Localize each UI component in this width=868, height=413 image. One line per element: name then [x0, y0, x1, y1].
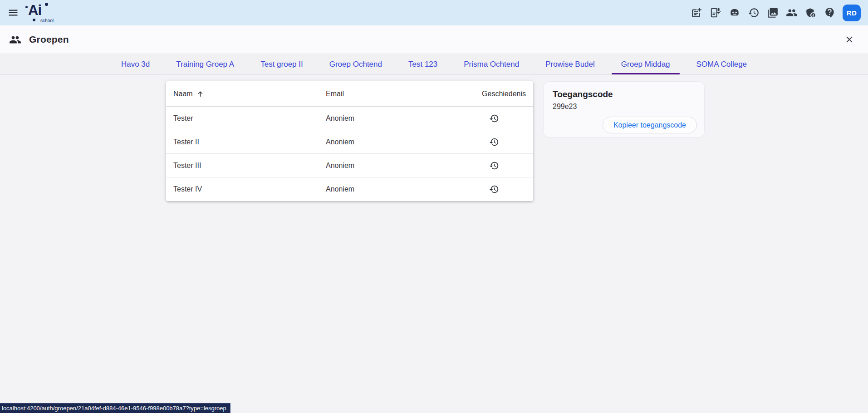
groups-icon	[9, 34, 21, 46]
history-icon[interactable]	[747, 6, 760, 19]
access-code-card: Toegangscode 299e23 Kopieer toegangscode	[543, 81, 705, 138]
help-icon[interactable]	[824, 6, 836, 19]
topbar-icons	[690, 6, 836, 19]
tab-test-123[interactable]: Test 123	[395, 54, 451, 74]
menu-hamburger-icon[interactable]	[7, 7, 19, 19]
table-row: Tester III Anoniem	[166, 154, 533, 177]
column-header-email: Email	[326, 90, 449, 98]
logo-subtext: school	[40, 18, 54, 23]
cell-naam: Tester IV	[173, 185, 326, 193]
table-row: Tester Anoniem	[166, 107, 533, 130]
admin-shield-icon[interactable]	[804, 6, 817, 19]
row-history-icon[interactable]	[489, 137, 500, 148]
column-header-geschiedenis: Geschiedenis	[449, 90, 526, 98]
cell-email: Anoniem	[326, 114, 449, 123]
avatar[interactable]: RD	[843, 5, 861, 21]
access-code-value: 299e23	[553, 103, 704, 111]
logo-text: Ai	[28, 2, 41, 19]
cell-naam: Tester	[173, 114, 326, 123]
table-row: Tester II Anoniem	[166, 130, 533, 154]
tab-test-groep-ii[interactable]: Test groep II	[247, 54, 316, 74]
page-title: Groepen	[29, 34, 69, 45]
logo-dot	[25, 6, 28, 8]
table-row: Tester IV Anoniem	[166, 177, 533, 201]
column-header-naam[interactable]: Naam	[173, 90, 326, 98]
members-table: Naam Email Geschiedenis Tester Anoniem T…	[166, 81, 533, 201]
table-header-row: Naam Email Geschiedenis	[166, 81, 533, 107]
access-code-title: Toegangscode	[553, 89, 704, 99]
row-history-icon[interactable]	[489, 184, 500, 195]
tab-training-groep-a[interactable]: Training Groep A	[163, 54, 247, 74]
page-header: Groepen	[0, 25, 868, 54]
robot-icon[interactable]	[728, 6, 741, 19]
tab-soma-college[interactable]: SOMA College	[683, 54, 760, 74]
group-tabs-bar: Havo 3d Training Groep A Test groep II G…	[0, 54, 868, 75]
sort-ascending-icon	[196, 90, 204, 98]
row-history-icon[interactable]	[489, 160, 500, 171]
row-history-icon[interactable]	[489, 113, 500, 124]
link-status-url: localhost:4200/auth/groepen/21a04fef-d88…	[0, 403, 230, 413]
tab-groep-middag[interactable]: Groep Middag	[608, 54, 683, 74]
people-icon[interactable]	[785, 6, 798, 19]
cell-naam: Tester III	[173, 162, 326, 170]
close-icon[interactable]	[843, 33, 856, 46]
cell-email: Anoniem	[326, 162, 449, 170]
tab-prisma-ochtend[interactable]: Prisma Ochtend	[451, 54, 532, 74]
cell-email: Anoniem	[326, 138, 449, 146]
tab-havo-3d[interactable]: Havo 3d	[108, 54, 163, 74]
tab-prowise-budel[interactable]: Prowise Budel	[532, 54, 608, 74]
topbar: Ai school	[0, 0, 868, 25]
transcribe-mic-icon[interactable]	[709, 6, 722, 19]
column-label: Naam	[173, 90, 193, 98]
content-area: Naam Email Geschiedenis Tester Anoniem T…	[0, 75, 868, 413]
logo-dot	[45, 3, 48, 6]
cell-naam: Tester II	[173, 138, 326, 146]
cell-email: Anoniem	[326, 185, 449, 193]
app-logo[interactable]: Ai school	[25, 1, 52, 24]
logo-dot	[33, 19, 35, 21]
tab-groep-ochtend[interactable]: Groep Ochtend	[316, 54, 395, 74]
post-add-icon[interactable]	[690, 6, 703, 19]
copy-access-code-button[interactable]: Kopieer toegangscode	[603, 117, 697, 133]
photo-library-icon[interactable]	[766, 6, 779, 19]
